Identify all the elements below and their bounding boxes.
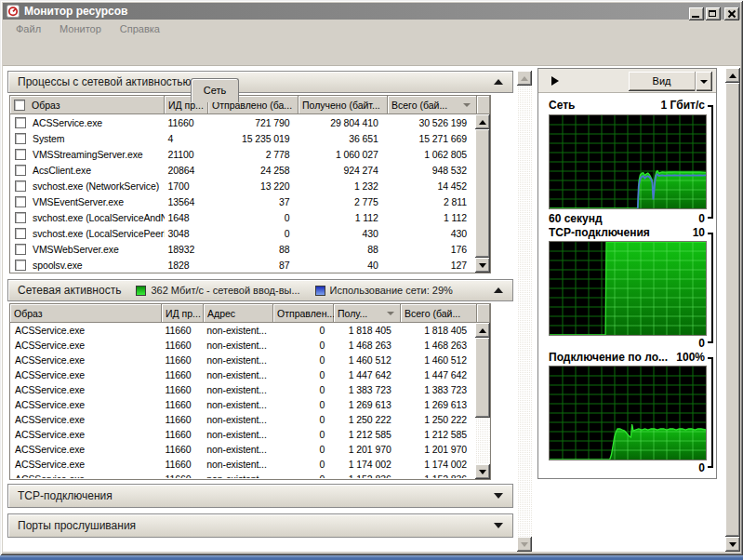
select-all-checkbox[interactable] bbox=[14, 100, 25, 111]
tab-network[interactable]: Сеть bbox=[191, 78, 239, 102]
row-checkbox[interactable] bbox=[15, 196, 26, 207]
menu-help[interactable]: Справка bbox=[114, 21, 166, 36]
row-checkbox[interactable] bbox=[15, 133, 26, 144]
table-row[interactable]: ACSService.exe11660non-existent...01 250… bbox=[11, 412, 474, 427]
activity-table-scrollbar[interactable] bbox=[475, 323, 490, 479]
scroll-down-button[interactable] bbox=[475, 258, 490, 273]
processes-table-header: ОбразИД пр...Отправлено (ба...Получено (… bbox=[10, 96, 490, 114]
column-header[interactable]: Образ bbox=[10, 304, 162, 323]
scroll-down-button[interactable] bbox=[725, 537, 740, 552]
section-title: TCP-подключения bbox=[18, 489, 113, 502]
maximize-button[interactable] bbox=[706, 7, 721, 20]
cell: 0 bbox=[272, 340, 333, 351]
table-row[interactable]: ACSService.exe11660non-existent...01 468… bbox=[11, 338, 474, 353]
table-row[interactable]: svchost.exe (NetworkService)170013 2201 … bbox=[11, 178, 474, 193]
table-row[interactable]: ACSService.exe11660non-existent...01 383… bbox=[11, 382, 474, 397]
minimize-button[interactable] bbox=[689, 7, 704, 20]
cell: non-existent... bbox=[203, 325, 272, 336]
table-row[interactable]: ACSService.exe11660non-existent...01 174… bbox=[11, 457, 474, 472]
cell: 11660 bbox=[162, 325, 204, 336]
cell: ACSService.exe bbox=[11, 384, 162, 395]
row-checkbox[interactable] bbox=[15, 260, 26, 271]
cell: 20864 bbox=[165, 165, 208, 176]
cell: 1 460 512 bbox=[332, 354, 398, 366]
table-row[interactable]: ACSService.exe11660non-existent...01 269… bbox=[11, 397, 474, 412]
row-checkbox[interactable] bbox=[15, 212, 26, 223]
titlebar[interactable]: Монитор ресурсов bbox=[3, 3, 740, 20]
table-row[interactable]: ACSService.exe11660non-existent...01 152… bbox=[11, 472, 474, 478]
scrollbar-thumb[interactable] bbox=[725, 83, 740, 537]
row-checkbox[interactable] bbox=[15, 228, 26, 239]
cell: 18932 bbox=[165, 244, 208, 255]
taskbar[interactable] bbox=[0, 555, 743, 560]
table-row[interactable]: System415 235 01936 65115 271 669 bbox=[11, 130, 474, 146]
section-header-activity[interactable]: Сетевая активность 362 Мбит/с - сетевой … bbox=[7, 279, 513, 301]
section-header-ports[interactable]: Порты прослушивания bbox=[7, 513, 513, 538]
minimize-icon bbox=[692, 16, 699, 18]
arrow-down-icon bbox=[521, 542, 528, 547]
collapse-panel-button[interactable] bbox=[551, 74, 564, 87]
header-filler bbox=[477, 96, 490, 114]
table-row[interactable]: VMSWebServer.exe189328888176 bbox=[11, 241, 474, 257]
scroll-down-button[interactable] bbox=[517, 537, 532, 552]
column-header[interactable]: Получено (байт... bbox=[299, 96, 388, 114]
charts-panel-scrollbar[interactable] bbox=[725, 68, 740, 552]
scroll-up-button[interactable] bbox=[475, 114, 490, 129]
legend-network-io: 362 Мбит/с - сетевой ввод-вы... bbox=[151, 285, 299, 296]
close-button[interactable] bbox=[724, 7, 739, 20]
processes-table-scrollbar[interactable] bbox=[475, 114, 490, 273]
column-header[interactable]: Адрес bbox=[204, 304, 273, 323]
column-header[interactable]: Всего (бай... bbox=[401, 304, 477, 323]
column-header[interactable]: Отправлен... bbox=[273, 304, 334, 323]
table-row[interactable]: ACSService.exe11660non-existent...01 460… bbox=[11, 353, 474, 367]
scrollbar-thumb[interactable] bbox=[475, 129, 490, 258]
table-row[interactable]: svchost.exe (LocalServiceAndN...164801 1… bbox=[11, 209, 474, 225]
table-row[interactable]: VMSStreamingServer.exe211002 7781 060 02… bbox=[11, 146, 474, 162]
row-checkbox[interactable] bbox=[15, 117, 26, 128]
table-row[interactable]: ACSService.exe11660non-existent...01 212… bbox=[11, 427, 474, 442]
cell: 14 452 bbox=[386, 180, 474, 192]
chart-svg-1 bbox=[549, 241, 707, 336]
scroll-up-button[interactable] bbox=[517, 71, 532, 86]
cell: VMSStreamingServer.exe bbox=[11, 149, 165, 160]
cell: 1 468 263 bbox=[332, 340, 398, 351]
scrollbar-thumb[interactable] bbox=[475, 338, 490, 418]
cell: ACSService.exe bbox=[11, 117, 165, 128]
row-checkbox[interactable] bbox=[15, 180, 26, 192]
section-header-tcp[interactable]: TCP-подключения bbox=[7, 484, 513, 508]
column-header[interactable]: Полу... bbox=[334, 304, 401, 323]
table-row[interactable]: ACSService.exe11660721 79029 804 41030 5… bbox=[11, 114, 474, 130]
cell: AcsClient.exe bbox=[11, 165, 165, 176]
table-row[interactable]: ACSService.exe11660non-existent...01 201… bbox=[11, 442, 474, 457]
cell: VMSWebServer.exe bbox=[11, 244, 165, 255]
axis-bracket bbox=[708, 105, 713, 219]
column-header[interactable]: ИД пр... bbox=[162, 304, 204, 323]
menu-file[interactable]: Файл bbox=[10, 21, 46, 36]
table-row[interactable]: AcsClient.exe2086424 258924 274948 532 bbox=[11, 162, 474, 178]
column-header[interactable]: Образ bbox=[10, 96, 165, 114]
table-row[interactable]: ACSService.exe11660non-existent...01 818… bbox=[11, 323, 474, 338]
cell: 1 250 222 bbox=[332, 414, 398, 425]
table-row[interactable]: VMSEventServer.exe13564372 7752 811 bbox=[11, 193, 474, 209]
scroll-down-button[interactable] bbox=[475, 464, 490, 479]
menu-monitor[interactable]: Монитор bbox=[54, 21, 107, 36]
view-button[interactable]: Вид bbox=[629, 72, 712, 91]
row-checkbox[interactable] bbox=[15, 244, 26, 255]
row-checkbox[interactable] bbox=[15, 149, 26, 160]
table-row[interactable]: ACSService.exe11660non-existent...01 447… bbox=[11, 367, 474, 382]
table-row[interactable]: svchost.exe (LocalServicePeerN...3048043… bbox=[11, 225, 474, 241]
table-row[interactable]: spoolsv.exe18288740127 bbox=[11, 257, 474, 272]
scroll-up-button[interactable] bbox=[725, 68, 740, 83]
row-checkbox[interactable] bbox=[15, 165, 26, 176]
cell: 24 258 bbox=[207, 165, 297, 176]
page-scrollbar[interactable] bbox=[517, 71, 532, 552]
cell: 0 bbox=[272, 369, 333, 380]
cell: 1 201 970 bbox=[332, 444, 398, 455]
cell: 1 212 585 bbox=[399, 429, 474, 440]
cell: 1 174 002 bbox=[332, 459, 398, 470]
view-dropdown-button[interactable] bbox=[695, 72, 712, 91]
section-header-processes[interactable]: Процессы с сетевой активностью bbox=[7, 71, 513, 93]
cell: 87 bbox=[207, 260, 297, 271]
column-header[interactable]: Всего (бай... bbox=[388, 96, 477, 114]
scroll-up-button[interactable] bbox=[475, 323, 490, 338]
